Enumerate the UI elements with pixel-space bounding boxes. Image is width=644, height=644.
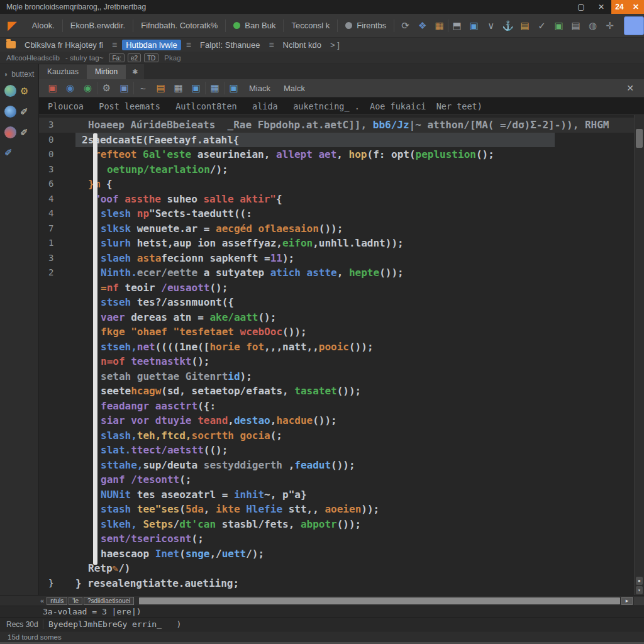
wrench-star-icon[interactable]: ⚙ [20, 86, 28, 97]
folder-orange-icon[interactable]: ▤ [152, 80, 169, 96]
vertical-scrollbar-thumb[interactable] [636, 129, 643, 148]
globe-browser-icon[interactable] [4, 85, 16, 97]
refresh-icon[interactable]: ⟳ [397, 18, 414, 34]
menu-item-3[interactable]: Fifndbath. Cotoratk% [133, 18, 225, 34]
vertical-scrollbar[interactable]: ▪ ▾ [634, 115, 644, 595]
table-icon[interactable]: ▦ [206, 80, 223, 96]
scrollbar-button[interactable]: ▪ [636, 577, 643, 585]
breadcrumb-item-2[interactable]: Hutbdan lvwle [122, 40, 181, 50]
debug-paw-icon[interactable]: ❖ [414, 18, 431, 34]
sidebar-header[interactable]: ◗ buttext [0, 68, 38, 80]
code-line[interactable]: 4"oof assthe suheo salle aktir"{ [39, 192, 644, 207]
chart-icon[interactable]: ▦ [431, 18, 448, 34]
tab-kauztuas[interactable]: Kauztuas [39, 65, 87, 79]
code-line[interactable]: =nf teoir /eusaott(); [39, 280, 644, 296]
code-line[interactable]: stseh tes?/assnmuont({ [39, 295, 644, 310]
code-line[interactable]: 6}m { [39, 177, 644, 192]
red-app-icon[interactable]: ▣ [44, 80, 61, 96]
code-line[interactable]: n=of teetnastkt(); [39, 354, 644, 369]
tab-mirtion[interactable]: Mirtion [87, 65, 126, 79]
toolbar-label-miack[interactable]: Miack [243, 84, 277, 93]
menu-item-5[interactable]: Tecconsl k [284, 18, 337, 34]
subbar-button-3[interactable]: TD [144, 53, 158, 62]
toolbar-label-malck[interactable]: Malck [277, 84, 311, 93]
code-line[interactable]: 3oetunp/tearlation/); [39, 162, 644, 177]
subbar-button-1[interactable]: Fa: [109, 53, 124, 62]
code-line[interactable]: slat.ttect/aetstt((); [39, 443, 644, 458]
green-globe-icon[interactable]: ◉ [79, 80, 96, 96]
horizontal-scrollbar-thumb[interactable] [139, 597, 620, 604]
image-blue-icon[interactable]: ▣ [187, 80, 204, 96]
maximize-button[interactable]: ▢ [571, 0, 591, 14]
breadcrumb-item-3[interactable]: Falpt!: Sthanuee [196, 40, 264, 50]
pin-star-icon[interactable]: ✱ [126, 68, 144, 79]
pen-icon[interactable]: ✐ [20, 106, 28, 118]
subbar-button-2[interactable]: e2 [128, 53, 141, 62]
scroll-right-button[interactable]: ▸ [621, 597, 633, 605]
code-line[interactable]: ganf /tesontt(; [39, 472, 644, 487]
menu-item-4[interactable]: Ban Buk [226, 18, 283, 34]
blue-circle-icon[interactable]: ◉ [62, 80, 79, 96]
code-line[interactable]: }} resealengtiatte.auetiing; [39, 576, 644, 591]
code-line[interactable]: 2Ninth.ecer/eette a sutyatep atich astte… [39, 265, 644, 280]
watch-row[interactable]: 3a-volaad = 3 |ere|) [0, 606, 644, 617]
code-line[interactable]: 0refteot 6al'este aseurineian, allept ae… [39, 147, 644, 162]
check-icon[interactable]: ✓ [533, 18, 550, 34]
code-line[interactable]: siar vor dtuyie teand,destao,hacdue()); [39, 413, 644, 428]
code-line[interactable]: stseh,net((((1ne([horie fot,,,natt,,pooi… [39, 340, 644, 355]
menu-item-6[interactable]: Firentbs [338, 18, 394, 34]
blue-pen-icon[interactable]: ✐ [4, 147, 13, 158]
book-icon[interactable]: ▤ [567, 18, 584, 34]
red-blue-browser-icon[interactable] [4, 126, 16, 138]
image-icon[interactable]: ▣ [465, 18, 482, 34]
search-filter-bar[interactable]: Ploucoa Post leemats Autlcont8ten alida … [39, 97, 644, 115]
grid-icon[interactable]: ▦ [170, 80, 187, 96]
screenshot-icon[interactable]: ⬒ [448, 18, 465, 34]
folder-assets-icon[interactable]: ▤ [516, 18, 533, 34]
image-blue-icon[interactable]: ▣ [225, 80, 242, 96]
blue-browser-icon[interactable] [4, 106, 16, 118]
globe-icon[interactable]: ◍ [584, 18, 601, 34]
code-line[interactable]: sent/tsericosnt(; [39, 531, 644, 547]
close-button[interactable]: ✕ [591, 0, 611, 14]
pen-icon[interactable]: ✐ [20, 127, 28, 138]
anchor-icon[interactable]: ⚓ [499, 18, 516, 34]
findbar-tab-1[interactable]: ntuls [47, 597, 67, 605]
plus-icon[interactable]: ✛ [601, 18, 618, 34]
code-line[interactable]: slkeh, Setps/dt'can stasbl/fets, abpotr(… [39, 517, 644, 532]
menu-item-1[interactable]: Alook. [25, 18, 62, 34]
code-line[interactable]: fkge "ohaef "tesfetaet wcebOoc()); [39, 325, 644, 340]
badge-close-button[interactable]: ✕ [628, 0, 644, 14]
code-line[interactable]: stash tee"ses(5da, ikte Hlefie stt,, aoe… [39, 502, 644, 517]
breadcrumb-item-1[interactable]: Cbikslva fr Hkajotey fi [21, 40, 107, 50]
dash-icon[interactable]: ~ [135, 80, 152, 96]
code-line[interactable]: haescaop Inet(snge,/uett/); [39, 547, 644, 562]
wrench-icon[interactable]: ⚙ [98, 80, 115, 96]
scrollbar-button[interactable]: ▾ [636, 586, 643, 594]
panel-close-icon[interactable]: ✕ [621, 83, 639, 93]
package-icon[interactable]: ▣ [550, 18, 567, 34]
code-line[interactable]: feadangr aasctrt({: [39, 399, 644, 414]
chevron-down-icon[interactable]: ∨ [482, 18, 499, 34]
findbar-tab-3[interactable]: ?sdiidiaetisouei [84, 597, 134, 605]
code-line[interactable]: setah guettae Gitenrtid); [39, 369, 644, 384]
code-line[interactable]: 02saedcaatE(Faeetayf.atahl{ [39, 133, 644, 148]
breadcrumb-item-4[interactable]: Nclbnt kdo [279, 40, 325, 50]
code-line[interactable]: 1slurh hetst,aup ion asseffyaz,eifon,unh… [39, 236, 644, 251]
code-line[interactable]: NUNit tes aseozatrl = inhit~, p"a} [39, 487, 644, 502]
code-line[interactable]: slash,teh,ftcd,socrtth gocia(; [39, 428, 644, 443]
findbar-tab-2[interactable]: 'le [69, 597, 82, 605]
code-line[interactable]: seetehcagw(sd, setaetop/efaats, tasatet(… [39, 384, 644, 399]
code-line[interactable]: 3Hoaeep AúrideBbeieats _Rae Fbpdohp.at.a… [39, 118, 644, 133]
code-line[interactable]: Retp✎/) [39, 561, 644, 576]
menu-item-2[interactable]: EkonB.erwddir. [63, 18, 133, 34]
code-line[interactable]: 4slesh np"Sects-taedutt((: [39, 206, 644, 221]
pl-doc-icon[interactable]: ▣ [116, 80, 133, 96]
code-line[interactable]: sttahe,sup/deuta sestyddigerth ,feadut()… [39, 458, 644, 473]
badge-count[interactable]: 24 [611, 0, 628, 14]
code-line[interactable]: 7slksk wenuete.ar = aecgéd oflaesaion())… [39, 221, 644, 236]
blue-swatch[interactable] [624, 16, 644, 35]
code-line[interactable]: vaer dereas atn = ake/aatt(); [39, 310, 644, 325]
code-editor[interactable]: 3Hoaeep AúrideBbeieats _Rae Fbpdohp.at.a… [39, 115, 644, 595]
code-line[interactable]: 3slaeh astafecionn sapkenft =11); [39, 251, 644, 266]
